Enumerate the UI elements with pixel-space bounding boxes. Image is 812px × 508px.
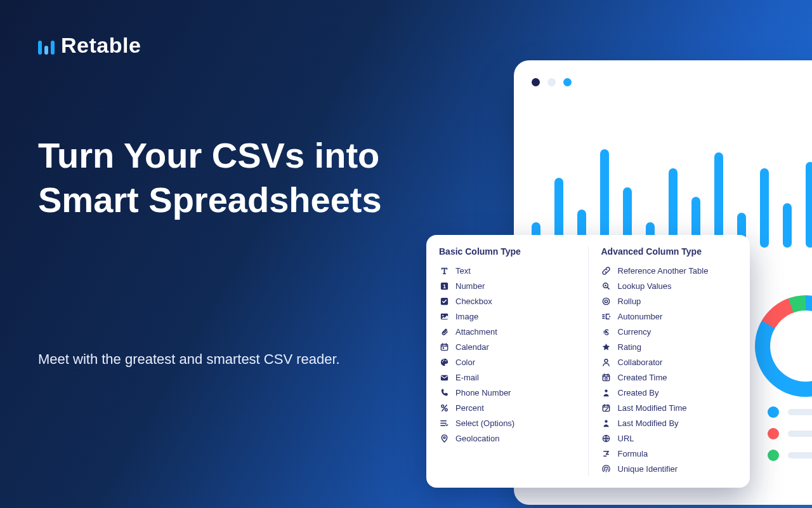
type-label: Select (Options) [455, 418, 514, 428]
type-label: Attachment [455, 327, 497, 337]
modified-icon [601, 403, 612, 413]
donut-legend [768, 406, 812, 461]
column-types-panel: Basic Column Type TextNumberCheckboxImag… [426, 235, 750, 488]
basic-type-color[interactable]: Color [439, 354, 575, 370]
type-label: Unique Identifier [618, 464, 678, 474]
logo-bars-icon [38, 37, 55, 55]
brand-name: Retable [61, 33, 141, 58]
advanced-type-link[interactable]: Reference Another Table [601, 263, 738, 278]
basic-title: Basic Column Type [439, 246, 575, 257]
url-icon [601, 433, 612, 443]
hero-stage: Retable Turn Your CSVs into Smart Spread… [0, 0, 812, 508]
basic-type-checkbox[interactable]: Checkbox [439, 293, 575, 309]
bar-chart [532, 121, 812, 248]
type-label: Rollup [618, 297, 641, 306]
rating-icon [601, 342, 612, 352]
advanced-type-rollup[interactable]: Rollup [601, 293, 738, 309]
modifiedby-icon [601, 418, 612, 428]
legend-dot [768, 406, 779, 418]
advanced-type-autonum[interactable]: Autonumber [601, 309, 738, 324]
advanced-type-lookup[interactable]: Lookup Values [601, 278, 738, 293]
type-label: Color [455, 358, 475, 367]
type-label: Percent [455, 403, 484, 413]
bar [714, 152, 723, 248]
type-label: Last Modified By [618, 418, 679, 428]
basic-type-calendar[interactable]: Calendar [439, 339, 575, 354]
advanced-type-uid[interactable]: Unique Identifier [601, 461, 738, 476]
type-label: Formula [618, 449, 648, 458]
type-label: Image [455, 312, 478, 321]
type-label: Created Time [618, 373, 667, 382]
donut-chart [755, 295, 812, 397]
advanced-column-types: Advanced Column Type Reference Another T… [588, 246, 750, 476]
basic-column-types: Basic Column Type TextNumberCheckboxImag… [426, 246, 588, 476]
type-label: URL [618, 434, 634, 443]
window-dot [547, 78, 556, 86]
currency-icon [601, 326, 612, 337]
type-label: Checkbox [455, 297, 492, 306]
phone-icon [439, 387, 449, 398]
legend-bar [788, 431, 812, 437]
advanced-type-modifiedby[interactable]: Last Modified By [601, 415, 738, 431]
calendar-icon [439, 342, 449, 352]
type-label: E-mail [455, 373, 479, 382]
lookup-icon [601, 281, 612, 291]
image-icon [439, 311, 449, 321]
email-icon [439, 372, 449, 382]
advanced-type-collab[interactable]: Collaborator [601, 354, 738, 370]
type-label: Text [455, 266, 471, 276]
legend-bar [788, 452, 812, 458]
type-label: Last Modified Time [618, 403, 687, 413]
advanced-title: Advanced Column Type [601, 246, 738, 257]
basic-type-image[interactable]: Image [439, 309, 575, 324]
link-icon [601, 265, 612, 276]
basic-type-select[interactable]: Select (Options) [439, 415, 575, 431]
bar [783, 203, 792, 248]
bar [760, 168, 769, 248]
advanced-type-created[interactable]: Created Time [601, 370, 738, 385]
type-label: Number [455, 281, 485, 291]
basic-type-text[interactable]: Text [439, 263, 575, 278]
basic-type-geo[interactable]: Geolocation [439, 431, 575, 446]
type-label: Lookup Values [618, 281, 672, 291]
basic-type-phone[interactable]: Phone Number [439, 385, 575, 400]
type-label: Collaborator [618, 358, 663, 367]
advanced-type-formula[interactable]: Formula [601, 446, 738, 461]
select-icon [439, 418, 449, 428]
advanced-type-rating[interactable]: Rating [601, 339, 738, 354]
percent-icon [439, 403, 449, 413]
bar [806, 162, 812, 248]
legend-row [768, 428, 812, 439]
advanced-type-createdby[interactable]: Created By [601, 385, 738, 400]
type-label: Geolocation [455, 434, 499, 443]
legend-bar [788, 409, 812, 415]
type-label: Phone Number [455, 388, 511, 398]
basic-type-email[interactable]: E-mail [439, 370, 575, 385]
window-dot [563, 78, 572, 86]
legend-dot [768, 450, 779, 461]
geo-icon [439, 433, 449, 443]
color-icon [439, 357, 449, 367]
advanced-type-modified[interactable]: Last Modified Time [601, 400, 738, 415]
window-controls [532, 78, 572, 86]
text-icon [439, 265, 449, 276]
basic-type-attachment[interactable]: Attachment [439, 324, 575, 339]
legend-dot [768, 428, 779, 439]
hero-headline: Turn Your CSVs into Smart Spreadsheets [38, 133, 419, 222]
type-label: Currency [618, 327, 652, 337]
advanced-type-url[interactable]: URL [601, 431, 738, 446]
attachment-icon [439, 326, 449, 337]
uid-icon [601, 464, 612, 474]
checkbox-icon [439, 296, 449, 306]
basic-type-percent[interactable]: Percent [439, 400, 575, 415]
advanced-type-currency[interactable]: Currency [601, 324, 738, 339]
rollup-icon [601, 296, 612, 306]
type-label: Reference Another Table [618, 266, 709, 276]
legend-row [768, 406, 812, 418]
bar [600, 149, 609, 248]
basic-type-number[interactable]: Number [439, 278, 575, 293]
formula-icon [601, 448, 612, 458]
created-icon [601, 372, 612, 382]
collab-icon [601, 357, 612, 367]
type-label: Calendar [455, 342, 489, 352]
